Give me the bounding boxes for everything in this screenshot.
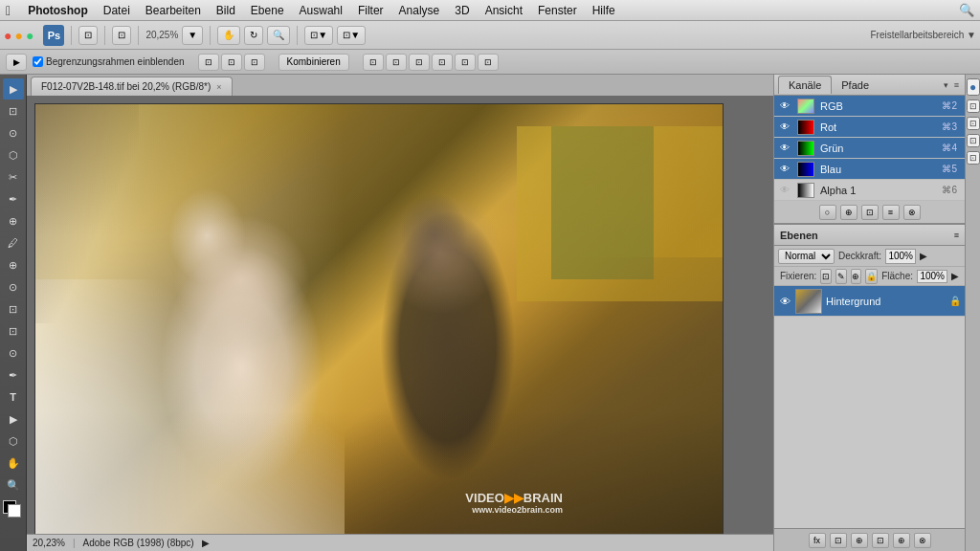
menu-fenster[interactable]: Fenster	[530, 2, 585, 19]
status-arrow[interactable]: ▶	[202, 538, 210, 548]
path-select-tool[interactable]: ▶	[3, 408, 24, 430]
lock-image-btn[interactable]: ✎	[835, 269, 847, 284]
opacity-arrow[interactable]: ▶	[920, 251, 927, 261]
move-tool[interactable]: ▶	[3, 78, 24, 99]
channel-rot-eye[interactable]: 👁	[778, 121, 791, 134]
foreground-background-colors[interactable]	[3, 500, 24, 518]
path-icon-4[interactable]: ⊡	[432, 54, 453, 71]
toolbar-icon-btn-1[interactable]: ⊡	[78, 26, 98, 45]
type-tool[interactable]: T	[3, 386, 24, 408]
channel-rgb-eye[interactable]: 👁	[778, 99, 791, 113]
search-icon[interactable]: 🔍	[959, 3, 974, 17]
pen-tool[interactable]: ✒	[3, 364, 24, 386]
minimize-button[interactable]: ●	[14, 28, 22, 43]
channel-save-btn[interactable]: ⊕	[840, 205, 858, 220]
far-right-btn-2[interactable]: ⊡	[967, 99, 980, 113]
menu-filter[interactable]: Filter	[350, 2, 391, 19]
layer-hintergrund[interactable]: 👁 Hintergrund 🔒	[774, 286, 965, 317]
layer-fx-btn[interactable]: fx	[809, 533, 826, 548]
channel-rot[interactable]: 👁 Rot ⌘3	[774, 117, 965, 138]
path-icon-2[interactable]: ⊡	[386, 54, 407, 71]
channel-new-btn[interactable]: ⊡	[861, 205, 879, 220]
menu-3d[interactable]: 3D	[447, 2, 477, 19]
layer-eye-hintergrund[interactable]: 👁	[778, 296, 791, 307]
far-right-btn-1[interactable]: ●	[967, 78, 980, 96]
channel-rgb[interactable]: 👁 RGB ⌘2	[774, 96, 965, 117]
layer-mask-btn[interactable]: ⊡	[830, 533, 847, 548]
panel-menu-btn[interactable]: ≡	[952, 79, 961, 91]
arrange-btn-2[interactable]: ⊡▼	[337, 26, 366, 45]
gradient-tool[interactable]: ⊡	[3, 320, 24, 342]
toolbar-icon-btn-2[interactable]: ⊡	[112, 26, 131, 45]
close-button[interactable]: ●	[4, 28, 11, 43]
fill-input[interactable]	[917, 270, 947, 283]
fill-arrow[interactable]: ▶	[951, 271, 959, 281]
far-right-btn-4[interactable]: ⊡	[967, 134, 980, 147]
arrange-btn[interactable]: ⊡▼	[304, 26, 333, 45]
zoom-tool-panel[interactable]: 🔍	[3, 474, 24, 496]
hand-tool[interactable]: ✋	[217, 26, 240, 45]
lasso-tool[interactable]: ⊙	[3, 122, 24, 143]
menu-bearbeiten[interactable]: Bearbeiten	[138, 2, 209, 19]
panel-collapse-btn[interactable]: ▾	[942, 79, 950, 91]
layer-new-btn[interactable]: ⊕	[893, 533, 910, 548]
menu-auswahl[interactable]: Auswahl	[292, 2, 350, 19]
layer-adjustment-btn[interactable]: ⊕	[851, 533, 868, 548]
zoom-dropdown[interactable]: ▼	[182, 26, 203, 45]
doc-tab-close-btn[interactable]: ×	[216, 82, 221, 92]
transform-icon-2[interactable]: ⊡	[221, 54, 242, 71]
zoom-tool-btn[interactable]: 🔍	[267, 26, 290, 45]
transform-icon-1[interactable]: ⊡	[198, 54, 219, 71]
crop-tool[interactable]: ✂	[3, 166, 24, 187]
menu-hilfe[interactable]: Hilfe	[585, 2, 623, 19]
clone-tool[interactable]: ⊕	[3, 254, 24, 276]
apple-menu[interactable]: 	[6, 3, 11, 18]
channel-gruen-eye[interactable]: 👁	[778, 142, 791, 155]
path-icon-5[interactable]: ⊡	[455, 54, 476, 71]
far-right-btn-3[interactable]: ⊡	[967, 117, 980, 130]
app-name[interactable]: Photoshop	[20, 2, 96, 19]
tab-kanale[interactable]: Kanäle	[778, 76, 832, 94]
dodge-tool[interactable]: ⊙	[3, 342, 24, 364]
path-icon-6[interactable]: ⊡	[478, 54, 499, 71]
maximize-button[interactable]: ●	[26, 28, 33, 43]
channel-gruen[interactable]: 👁 Grün ⌘4	[774, 138, 965, 159]
layer-delete-btn[interactable]: ⊗	[914, 533, 931, 548]
shape-tool[interactable]: ⬡	[3, 430, 24, 452]
transform-icon-3[interactable]: ⊡	[244, 54, 265, 71]
menu-datei[interactable]: Datei	[96, 2, 138, 19]
channel-alpha-eye[interactable]: 👁	[778, 184, 791, 197]
channel-delete-btn[interactable]: ⊗	[903, 205, 921, 220]
quick-select-tool[interactable]: ⬡	[3, 144, 24, 165]
combine-btn[interactable]: Kombinieren	[278, 54, 349, 71]
channel-selection-btn[interactable]: ○	[819, 205, 836, 220]
workspace-label[interactable]: Freistellarbeitsbereich ▼	[871, 30, 977, 40]
lock-transparent-btn[interactable]: ⊡	[820, 269, 832, 284]
channel-blau-eye[interactable]: 👁	[778, 163, 791, 176]
path-icon-3[interactable]: ⊡	[409, 54, 430, 71]
history-tool[interactable]: ⊙	[3, 276, 24, 298]
lock-all-btn[interactable]: 🔒	[865, 269, 878, 284]
brush-tool[interactable]: 🖊	[3, 232, 24, 253]
blend-mode-select[interactable]: Normal	[778, 249, 835, 264]
document-tab[interactable]: F012-07V2B-148.tif bei 20,2% (RGB/8*) ×	[31, 77, 233, 96]
hand-tool-panel[interactable]: ✋	[3, 452, 24, 474]
rotate-tool[interactable]: ↻	[244, 26, 263, 45]
lock-position-btn[interactable]: ⊕	[851, 269, 862, 284]
menu-ansicht[interactable]: Ansicht	[478, 2, 530, 19]
marquee-tool[interactable]: ⊡	[3, 100, 24, 121]
menu-bild[interactable]: Bild	[209, 2, 243, 19]
layer-group-btn[interactable]: ⊡	[872, 533, 889, 548]
channel-alpha1[interactable]: 👁 Alpha 1 ⌘6	[774, 180, 965, 201]
eyedropper-tool[interactable]: ✒	[3, 188, 24, 209]
healing-tool[interactable]: ⊕	[3, 210, 24, 231]
far-right-btn-5[interactable]: ⊡	[967, 151, 980, 165]
path-icon-1[interactable]: ⊡	[363, 54, 384, 71]
menu-ebene[interactable]: Ebene	[243, 2, 292, 19]
eraser-tool[interactable]: ⊡	[3, 298, 24, 320]
tab-pfade[interactable]: Pfade	[832, 77, 879, 94]
selection-tool-btn[interactable]: ▶	[6, 54, 27, 71]
layers-menu-btn[interactable]: ≡	[954, 231, 959, 240]
menu-analyse[interactable]: Analyse	[391, 2, 448, 19]
channel-blau[interactable]: 👁 Blau ⌘5	[774, 159, 965, 180]
